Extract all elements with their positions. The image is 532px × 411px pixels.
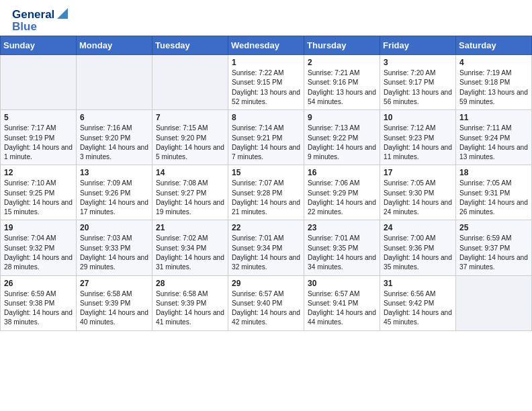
calendar-cell: 12Sunrise: 7:10 AM Sunset: 9:25 PM Dayli… [1, 165, 77, 220]
calendar-cell: 15Sunrise: 7:07 AM Sunset: 9:28 PM Dayli… [228, 165, 304, 220]
day-number: 8 [232, 113, 300, 122]
day-number: 15 [232, 168, 300, 177]
cell-content: Sunrise: 7:05 AM Sunset: 9:31 PM Dayligh… [459, 179, 528, 217]
logo: General Blue [12, 8, 68, 33]
calendar-header-wednesday: Wednesday [228, 36, 304, 55]
cell-content: Sunrise: 7:11 AM Sunset: 9:24 PM Dayligh… [459, 124, 528, 162]
calendar-cell: 28Sunrise: 6:58 AM Sunset: 9:39 PM Dayli… [152, 275, 228, 330]
day-number: 3 [384, 58, 452, 67]
day-number: 20 [80, 223, 148, 232]
day-number: 29 [232, 279, 300, 288]
cell-content: Sunrise: 6:57 AM Sunset: 9:40 PM Dayligh… [232, 289, 300, 328]
day-number: 21 [156, 223, 224, 232]
calendar-cell: 27Sunrise: 6:58 AM Sunset: 9:39 PM Dayli… [77, 275, 152, 330]
day-number: 4 [459, 58, 528, 67]
calendar-cell: 19Sunrise: 7:04 AM Sunset: 9:32 PM Dayli… [1, 220, 77, 275]
calendar-cell: 31Sunrise: 6:56 AM Sunset: 9:42 PM Dayli… [380, 275, 456, 330]
calendar-cell: 30Sunrise: 6:57 AM Sunset: 9:41 PM Dayli… [304, 275, 380, 330]
cell-content: Sunrise: 7:16 AM Sunset: 9:20 PM Dayligh… [80, 124, 148, 162]
calendar-cell: 10Sunrise: 7:12 AM Sunset: 9:23 PM Dayli… [380, 110, 456, 165]
cell-content: Sunrise: 7:08 AM Sunset: 9:27 PM Dayligh… [156, 179, 224, 217]
day-number: 5 [4, 113, 73, 122]
calendar-table: SundayMondayTuesdayWednesdayThursdayFrid… [0, 36, 532, 331]
day-number: 12 [4, 168, 73, 177]
day-number: 27 [80, 279, 148, 288]
cell-content: Sunrise: 7:07 AM Sunset: 9:28 PM Dayligh… [232, 179, 300, 217]
calendar-header-monday: Monday [77, 36, 152, 55]
calendar-cell: 7Sunrise: 7:15 AM Sunset: 9:20 PM Daylig… [152, 110, 228, 165]
cell-content: Sunrise: 7:17 AM Sunset: 9:19 PM Dayligh… [4, 124, 73, 162]
cell-content: Sunrise: 6:59 AM Sunset: 9:37 PM Dayligh… [459, 234, 528, 272]
cell-content: Sunrise: 7:05 AM Sunset: 9:30 PM Dayligh… [384, 179, 452, 217]
calendar-cell: 5Sunrise: 7:17 AM Sunset: 9:19 PM Daylig… [1, 110, 77, 165]
cell-content: Sunrise: 7:20 AM Sunset: 9:17 PM Dayligh… [384, 68, 452, 107]
day-number: 2 [308, 58, 376, 67]
calendar-cell: 23Sunrise: 7:01 AM Sunset: 9:35 PM Dayli… [304, 220, 380, 275]
calendar-header-sunday: Sunday [1, 36, 77, 55]
calendar-cell [152, 55, 228, 110]
day-number: 18 [459, 168, 528, 177]
cell-content: Sunrise: 7:00 AM Sunset: 9:36 PM Dayligh… [384, 234, 452, 272]
day-number: 7 [156, 113, 224, 122]
day-number: 24 [384, 223, 452, 232]
calendar-cell: 9Sunrise: 7:13 AM Sunset: 9:22 PM Daylig… [304, 110, 380, 165]
calendar-cell: 3Sunrise: 7:20 AM Sunset: 9:17 PM Daylig… [380, 55, 456, 110]
day-number: 28 [156, 279, 224, 288]
day-number: 31 [384, 279, 452, 288]
day-number: 26 [4, 279, 73, 288]
calendar-cell: 21Sunrise: 7:02 AM Sunset: 9:34 PM Dayli… [152, 220, 228, 275]
calendar-cell: 20Sunrise: 7:03 AM Sunset: 9:33 PM Dayli… [77, 220, 152, 275]
day-number: 9 [308, 113, 376, 122]
calendar-cell: 17Sunrise: 7:05 AM Sunset: 9:30 PM Dayli… [380, 165, 456, 220]
calendar-cell: 25Sunrise: 6:59 AM Sunset: 9:37 PM Dayli… [456, 220, 532, 275]
calendar-cell: 8Sunrise: 7:14 AM Sunset: 9:21 PM Daylig… [228, 110, 304, 165]
day-number: 30 [308, 279, 376, 288]
cell-content: Sunrise: 7:09 AM Sunset: 9:26 PM Dayligh… [80, 179, 148, 217]
cell-content: Sunrise: 7:10 AM Sunset: 9:25 PM Dayligh… [4, 179, 73, 217]
calendar-cell: 22Sunrise: 7:01 AM Sunset: 9:34 PM Dayli… [228, 220, 304, 275]
cell-content: Sunrise: 7:19 AM Sunset: 9:18 PM Dayligh… [459, 68, 528, 107]
cell-content: Sunrise: 6:57 AM Sunset: 9:41 PM Dayligh… [308, 289, 376, 328]
calendar-cell: 2Sunrise: 7:21 AM Sunset: 9:16 PM Daylig… [304, 55, 380, 110]
day-number: 25 [459, 223, 528, 232]
day-number: 16 [308, 168, 376, 177]
calendar-cell [456, 275, 532, 330]
day-number: 14 [156, 168, 224, 177]
calendar-header-saturday: Saturday [456, 36, 532, 55]
day-number: 6 [80, 113, 148, 122]
calendar-cell: 4Sunrise: 7:19 AM Sunset: 9:18 PM Daylig… [456, 55, 532, 110]
cell-content: Sunrise: 7:01 AM Sunset: 9:34 PM Dayligh… [232, 234, 300, 272]
day-number: 10 [384, 113, 452, 122]
day-number: 1 [232, 58, 300, 67]
cell-content: Sunrise: 7:06 AM Sunset: 9:29 PM Dayligh… [308, 179, 376, 217]
cell-content: Sunrise: 7:12 AM Sunset: 9:23 PM Dayligh… [384, 124, 452, 162]
day-number: 17 [384, 168, 452, 177]
cell-content: Sunrise: 7:02 AM Sunset: 9:34 PM Dayligh… [156, 234, 224, 272]
cell-content: Sunrise: 7:01 AM Sunset: 9:35 PM Dayligh… [308, 234, 376, 272]
calendar-cell: 29Sunrise: 6:57 AM Sunset: 9:40 PM Dayli… [228, 275, 304, 330]
cell-content: Sunrise: 7:14 AM Sunset: 9:21 PM Dayligh… [232, 124, 300, 162]
day-number: 13 [80, 168, 148, 177]
calendar-header-tuesday: Tuesday [152, 36, 228, 55]
calendar-header-friday: Friday [380, 36, 456, 55]
cell-content: Sunrise: 6:58 AM Sunset: 9:39 PM Dayligh… [80, 289, 148, 328]
calendar-cell: 26Sunrise: 6:59 AM Sunset: 9:38 PM Dayli… [1, 275, 77, 330]
cell-content: Sunrise: 7:13 AM Sunset: 9:22 PM Dayligh… [308, 124, 376, 162]
day-number: 11 [459, 113, 528, 122]
calendar-cell [77, 55, 152, 110]
logo-blue: Blue [12, 20, 68, 34]
day-number: 19 [4, 223, 73, 232]
day-number: 23 [308, 223, 376, 232]
cell-content: Sunrise: 6:56 AM Sunset: 9:42 PM Dayligh… [384, 289, 452, 328]
calendar-cell: 6Sunrise: 7:16 AM Sunset: 9:20 PM Daylig… [77, 110, 152, 165]
calendar-cell: 24Sunrise: 7:00 AM Sunset: 9:36 PM Dayli… [380, 220, 456, 275]
cell-content: Sunrise: 7:03 AM Sunset: 9:33 PM Dayligh… [80, 234, 148, 272]
cell-content: Sunrise: 6:59 AM Sunset: 9:38 PM Dayligh… [4, 289, 73, 328]
svg-marker-0 [57, 8, 68, 19]
calendar-cell: 11Sunrise: 7:11 AM Sunset: 9:24 PM Dayli… [456, 110, 532, 165]
calendar-cell: 1Sunrise: 7:22 AM Sunset: 9:15 PM Daylig… [228, 55, 304, 110]
calendar-cell: 14Sunrise: 7:08 AM Sunset: 9:27 PM Dayli… [152, 165, 228, 220]
cell-content: Sunrise: 7:22 AM Sunset: 9:15 PM Dayligh… [232, 68, 300, 107]
cell-content: Sunrise: 6:58 AM Sunset: 9:39 PM Dayligh… [156, 289, 224, 328]
day-number: 22 [232, 223, 300, 232]
